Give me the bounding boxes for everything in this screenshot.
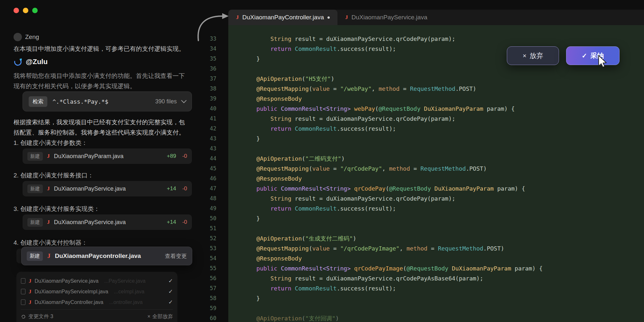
editor-tab[interactable]: JDuXiaomanPayService.java [337,10,435,25]
code-line: String result = duXiaomanPayService.qrCo… [242,194,644,204]
new-badge: 新建 [27,185,43,193]
line-number: 45 [193,164,223,174]
discard-button[interactable]: × 放弃 [507,46,559,65]
search-card[interactable]: 检索 ^.*Class.*Pay.*$ 390 files [23,91,192,111]
line-number: 52 [193,233,223,243]
tab-label: DuXiaomanPayController.java [242,14,324,21]
file-icon [21,278,25,284]
line-number: 49 [193,204,223,213]
code-line: String result = duXiaomanPayService.qrCo… [242,34,644,44]
file-name: DuXiaomanPayController.java [35,299,103,305]
code-line: public CommonResult<String> webPay(@Requ… [242,104,644,114]
new-badge: 新建 [27,152,43,161]
code-area[interactable]: String result = duXiaomanPayService.qrCo… [228,25,644,322]
code-line: public CommonResult<String> qrCodePay(@R… [242,184,644,194]
file-card[interactable]: 新建JDuXiaomanPayService.java+14-0 [23,181,192,196]
line-number: 38 [193,84,223,94]
file-name: DuXiaomanPayService.java [35,278,99,284]
code-line: @RequestMapping(value = "/qrCodePayImage… [242,243,644,253]
assistant-header: @Zulu [14,57,194,67]
line-number: 57 [193,283,223,293]
code-line: @ApiOperation("支付回调") [242,313,644,322]
file-name: DuXiaomanPayService.java [54,185,163,192]
code-line: @ApiOperation("二维码支付") [242,154,644,164]
line-number-gutter: 3334353637383940414243434445464748495051… [193,25,223,322]
line-number: 42 [193,124,223,134]
modified-dot-icon [327,16,330,19]
file-name: DuXiaomanPayParam.java [54,153,163,160]
editor-tab[interactable]: JDuXiaomanPayController.java [228,10,337,25]
chevron-down-icon[interactable] [181,98,187,103]
check-icon[interactable]: ✓ [168,299,173,306]
line-number: 51 [193,223,223,233]
changed-files-list: JDuXiaomanPayService.java...PayService.j… [21,276,173,308]
line-number: 58 [193,293,223,303]
line-number: 41 [193,114,223,124]
java-file-icon: J [345,14,348,21]
new-badge: 新建 [27,251,43,261]
line-number: 47 [193,184,223,194]
code-line: @ResponseBody [242,253,644,263]
line-number: 40 [193,104,223,114]
file-name-ghost: ...ontroller.java [109,299,165,305]
java-file-icon: J [47,219,50,225]
user-message: 在本项目中增加度小满支付逻辑，可参考已有的支付逻辑实现。 [14,44,194,53]
lines-removed: -0 [182,153,187,159]
file-card[interactable]: 新建JDuXiaomanPayService.java+14-0 [23,214,192,230]
java-file-icon: J [47,153,50,159]
line-number: 48 [193,194,223,204]
search-label-chip: 检索 [29,96,47,107]
code-line: public CommonResult<String> qrCodePayIma… [242,263,644,273]
check-icon[interactable]: ✓ [168,288,173,295]
line-number: 35 [193,54,223,64]
file-name: DuXiaomanPaycontroller.java [55,252,161,260]
file-name: DuXiaomanPayService.java [54,219,163,226]
code-line: @ApiOperation("生成支付二维码") [242,233,644,243]
assistant-name: @Zulu [26,58,48,66]
discard-all-button[interactable]: × 全部放弃 [147,313,173,320]
line-number: 43 [193,144,223,154]
user-name: Zeng [25,33,39,41]
view-changes-link[interactable]: 查看变更 [165,252,187,260]
search-query: ^.*Class.*Pay.*$ [52,98,150,105]
java-file-icon: J [47,185,50,192]
minimize-window-icon[interactable] [23,8,28,13]
lines-added: +14 [167,185,176,192]
window-controls [14,8,38,13]
file-icon [21,299,25,305]
file-name: DuXiaomanPayServiceImpl.java [35,289,109,295]
code-line: return CommonResult.success(result); [242,204,644,213]
file-card[interactable]: 新建JDuXiaomanPayParam.java+89-0 [23,148,192,164]
lines-removed: -0 [182,219,187,225]
line-number: 43 [193,134,223,144]
step-title: 2. 创建度小满支付服务接口： [14,171,194,180]
tabs: JDuXiaomanPayController.javaJDuXiaomanPa… [228,10,435,25]
java-file-icon: J [29,289,32,295]
line-number: 53 [193,243,223,253]
code-line: return CommonResult.success(result); [242,124,644,134]
code-line: String result = duXiaomanPayService.qrCo… [242,114,644,124]
file-card-elevated[interactable]: 新建 J DuXiaomanPaycontroller.java 查看变更 [21,247,192,265]
tab-label: DuXiaomanPayService.java [351,14,427,21]
changes-panel: JDuXiaomanPayService.java...PayService.j… [16,272,177,322]
line-number: 36 [193,64,223,74]
lines-added: +14 [167,219,176,225]
close-window-icon[interactable] [14,8,19,13]
file-icon [21,289,25,294]
accept-button[interactable]: ✓ 采纳 [566,46,620,65]
java-file-icon: J [47,252,51,260]
code-line [242,144,644,154]
java-file-icon: J [29,278,32,284]
check-icon[interactable]: ✓ [168,278,173,284]
step-title: 4. 创建度小满支付控制器： [14,238,194,247]
code-line: } [242,213,644,223]
changed-file-row[interactable]: JDuXiaomanPayService.java...PayService.j… [21,276,173,286]
line-number: 59 [193,303,223,313]
app-window: Zeng 在本项目中增加度小满支付逻辑，可参考已有的支付逻辑实现。 @Zulu … [0,0,644,322]
search-result-count: 390 files [155,98,177,105]
zoom-window-icon[interactable] [32,8,38,13]
changed-file-row[interactable]: JDuXiaomanPayServiceImpl.java...ceImpl.j… [21,286,173,297]
changed-file-row[interactable]: JDuXiaomanPayController.java...ontroller… [21,297,173,308]
line-number: 37 [193,74,223,84]
code-line: } [242,293,644,303]
